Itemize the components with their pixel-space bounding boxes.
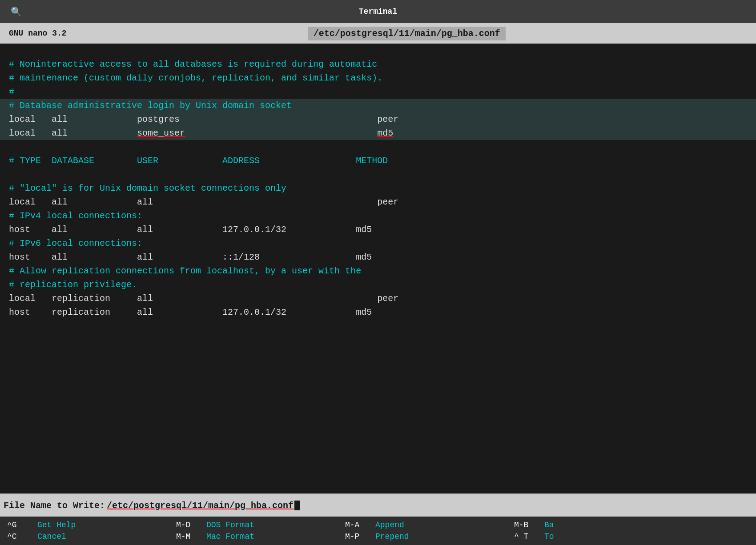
shortcut-item: ^ T To — [507, 531, 676, 542]
editor-line — [0, 140, 756, 154]
shortcut-key[interactable]: M-D — [176, 521, 203, 529]
shortcut-item: M-P Prepend — [338, 531, 507, 542]
editor-line: # maintenance (custom daily cronjobs, re… — [0, 71, 756, 85]
editor-line: # replication privilege. — [0, 278, 756, 292]
shortcut-key[interactable]: M-B — [514, 521, 541, 529]
editor-line: # "local" is for Unix domain socket conn… — [0, 181, 756, 195]
shortcut-item: M-M Mac Format — [169, 531, 338, 542]
status-bar: File Name to Write: /etc/postgresql/11/m… — [0, 493, 756, 517]
editor-line — [0, 44, 756, 57]
editor-line — [0, 168, 756, 181]
editor-line: # — [0, 85, 756, 99]
editor-area: # Noninteractive access to all databases… — [0, 44, 756, 493]
editor-line: local all all peer — [0, 195, 756, 209]
shortcut-key[interactable]: ^C — [7, 532, 34, 541]
search-icon[interactable]: 🔍 — [11, 6, 22, 17]
nano-header: GNU nano 3.2 /etc/postgresql/11/main/pg_… — [0, 23, 756, 44]
shortcut-desc: To — [544, 532, 554, 541]
shortcut-desc: Ba — [544, 521, 554, 529]
editor-line: # Noninteractive access to all databases… — [0, 57, 756, 71]
status-bar-label: File Name to Write: — [4, 501, 105, 511]
shortcut-desc: Append — [375, 521, 404, 529]
editor-line: host all all 127.0.0.1/32 md5 — [0, 223, 756, 236]
status-bar-input[interactable]: /etc/postgresql/11/main/pg_hba.conf — [107, 501, 300, 511]
editor-line: # TYPE DATABASE USER ADDRESS METHOD — [0, 154, 756, 168]
shortcut-bar: ^G Get Help M-D DOS Format M-A Append M-… — [0, 517, 756, 545]
shortcut-key[interactable]: ^ T — [514, 532, 541, 541]
editor-line-highlight: # Database administrative login by Unix … — [0, 99, 756, 112]
editor-line: local replication all peer — [0, 292, 756, 305]
nano-version: GNU nano 3.2 — [9, 29, 67, 38]
nano-filename: /etc/postgresql/11/main/pg_hba.conf — [308, 27, 506, 40]
editor-line: # Allow replication connections from loc… — [0, 264, 756, 278]
editor-line: # IPv6 local connections: — [0, 236, 756, 250]
editor-line-highlight: local all some_user md5 — [0, 126, 756, 140]
editor-line: host replication all 127.0.0.1/32 md5 — [0, 305, 756, 319]
editor-line: # IPv4 local connections: — [0, 209, 756, 223]
editor-line-highlight: local all postgres peer — [0, 112, 756, 126]
title-bar: 🔍 Terminal — [0, 0, 756, 23]
cursor — [294, 501, 300, 510]
shortcut-desc: Cancel — [37, 532, 66, 541]
window-title: Terminal — [359, 7, 397, 16]
shortcut-item: M-B Ba — [507, 519, 676, 531]
shortcut-item: M-A Append — [338, 519, 507, 531]
shortcut-key[interactable]: M-M — [176, 532, 203, 541]
shortcut-key[interactable]: ^G — [7, 521, 34, 529]
editor-line: host all all ::1/128 md5 — [0, 250, 756, 264]
shortcut-item: M-D DOS Format — [169, 519, 338, 531]
app-layout: 🔍 Terminal GNU nano 3.2 /etc/postgresql/… — [0, 0, 756, 545]
shortcut-desc: Prepend — [375, 532, 409, 541]
shortcut-desc: Get Help — [37, 521, 76, 529]
shortcut-key[interactable]: M-P — [345, 532, 372, 541]
shortcut-key[interactable]: M-A — [345, 521, 372, 529]
shortcut-item: ^G Get Help — [0, 519, 169, 531]
shortcut-item: ^C Cancel — [0, 531, 169, 542]
shortcut-desc: Mac Format — [206, 532, 254, 541]
shortcut-desc: DOS Format — [206, 521, 254, 529]
